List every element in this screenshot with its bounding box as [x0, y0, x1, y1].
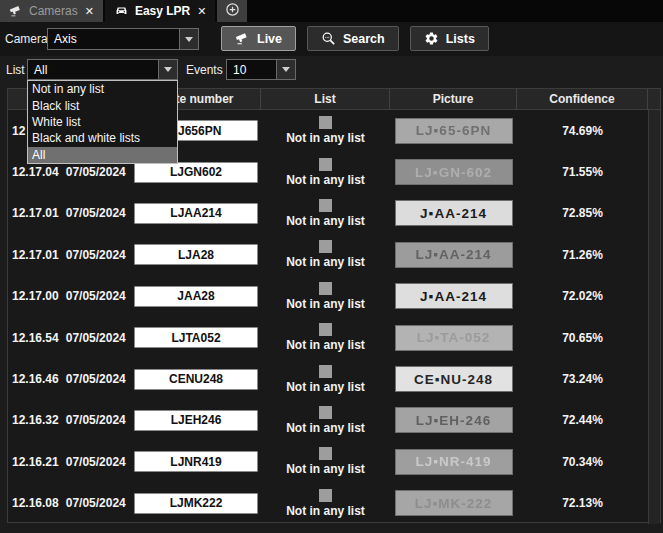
column-header-confidence[interactable]: Confidence: [517, 89, 648, 109]
list-color-swatch: [319, 447, 332, 460]
column-header-list[interactable]: List: [261, 89, 390, 109]
event-time: 12.17.00: [12, 289, 59, 303]
event-date: 07/05/2024: [66, 455, 126, 469]
plate-picture: J▪AA-214: [395, 200, 513, 226]
table-row[interactable]: 12.17.0107/05/2024Not in any listJ▪AA-21…: [8, 193, 648, 234]
plate-number-input[interactable]: [134, 286, 258, 307]
tab-label: Easy LPR: [135, 4, 190, 18]
camera-label: Camera:: [5, 32, 51, 46]
plate-picture: LJ▪65-6PN: [395, 118, 513, 144]
plus-circle-icon: [225, 2, 240, 20]
list-color-swatch: [319, 282, 332, 295]
new-tab-button[interactable]: [217, 0, 247, 22]
event-date: 07/05/2024: [66, 372, 126, 386]
table-row[interactable]: 12.16.4607/05/2024Not in any listCE▪NU-2…: [8, 358, 648, 399]
plate-picture: LJ▪TA-052: [395, 325, 513, 351]
event-time: 12.17.04: [12, 165, 59, 179]
chevron-down-icon[interactable]: [179, 29, 198, 49]
event-time: 12.16.54: [12, 331, 59, 345]
table-row[interactable]: 12.16.3207/05/2024Not in any listLJ▪EH-2…: [8, 400, 648, 441]
plate-number-input[interactable]: [134, 327, 258, 348]
tab-bar: Cameras ✕ Easy LPR ✕: [0, 0, 663, 22]
toolbar: Camera: Axis Live Search L: [0, 22, 663, 56]
events-select[interactable]: 10: [226, 59, 296, 80]
lists-button[interactable]: Lists: [410, 26, 489, 51]
event-time: 12.16.46: [12, 372, 59, 386]
plate-number-input[interactable]: [134, 451, 258, 472]
chevron-down-icon[interactable]: [276, 60, 295, 79]
button-label: Lists: [446, 32, 475, 46]
confidence-value: 71.55%: [562, 165, 603, 179]
table-row[interactable]: 12.16.0807/05/2024Not in any listLJ▪MK-2…: [8, 483, 648, 524]
plate-number-input[interactable]: [134, 493, 258, 514]
confidence-value: 72.85%: [562, 206, 603, 220]
confidence-value: 71.26%: [562, 248, 603, 262]
confidence-value: 72.02%: [562, 289, 603, 303]
plate-number-input[interactable]: [134, 410, 258, 431]
list-dropdown-popup: Not in any listBlack listWhite listBlack…: [27, 80, 178, 164]
list-name-label: Not in any list: [286, 462, 365, 476]
table-rows: 12Not in any listLJ▪65-6PN74.69%12.17.04…: [8, 110, 648, 524]
search-button[interactable]: Search: [307, 26, 399, 51]
table-row[interactable]: 12.16.5407/05/2024Not in any listLJ▪TA-0…: [8, 317, 648, 358]
list-dropdown-option[interactable]: Black list: [28, 97, 177, 113]
close-icon[interactable]: ✕: [85, 5, 94, 18]
tab-label: Cameras: [29, 4, 78, 18]
event-time: 12.16.21: [12, 455, 59, 469]
event-time: 12.17.01: [12, 206, 59, 220]
tab-easy-lpr[interactable]: Easy LPR ✕: [105, 0, 216, 22]
confidence-value: 73.24%: [562, 372, 603, 386]
event-date: 07/05/2024: [66, 331, 126, 345]
plate-number-input[interactable]: [134, 369, 258, 390]
list-dropdown-option[interactable]: All: [28, 147, 177, 163]
plate-picture: LJ▪GN-602: [395, 159, 513, 185]
event-date: 07/05/2024: [66, 496, 126, 510]
plate-number-input[interactable]: [134, 162, 258, 183]
plate-number-input[interactable]: [134, 244, 258, 265]
close-icon[interactable]: ✕: [197, 5, 206, 18]
list-name-label: Not in any list: [286, 380, 365, 394]
tab-cameras[interactable]: Cameras ✕: [0, 0, 103, 22]
button-label: Live: [257, 32, 282, 46]
list-color-swatch: [319, 323, 332, 336]
list-dropdown-option[interactable]: Black and white lists: [28, 130, 177, 146]
list-dropdown-option[interactable]: Not in any list: [28, 81, 177, 97]
list-name-label: Not in any list: [286, 131, 365, 145]
plate-number-input[interactable]: [134, 203, 258, 224]
list-color-swatch: [319, 406, 332, 419]
plate-picture: J▪AA-214: [395, 283, 513, 309]
list-name-label: Not in any list: [286, 255, 365, 269]
magnifier-icon: [321, 31, 336, 46]
plate-picture: LJ▪NR-419: [395, 449, 513, 475]
event-time: 12: [12, 124, 25, 138]
button-label: Search: [343, 32, 385, 46]
table-row[interactable]: 12.17.0107/05/2024Not in any listLJ▪AA-2…: [8, 234, 648, 275]
event-date: 07/05/2024: [66, 206, 126, 220]
list-color-swatch: [319, 240, 332, 253]
list-dropdown-option[interactable]: White list: [28, 114, 177, 130]
table-row[interactable]: 12.16.2107/05/2024Not in any listLJ▪NR-4…: [8, 441, 648, 482]
confidence-value: 72.44%: [562, 413, 603, 427]
event-date: 07/05/2024: [66, 165, 126, 179]
events-select-value: 10: [227, 60, 276, 79]
plate-picture: LJ▪MK-222: [395, 490, 513, 516]
scrollbar-track[interactable]: [648, 110, 660, 524]
list-select[interactable]: All: [27, 59, 178, 80]
confidence-value: 72.13%: [562, 496, 603, 510]
live-button[interactable]: Live: [221, 26, 296, 51]
list-select-value: All: [28, 60, 158, 79]
list-name-label: Not in any list: [286, 297, 365, 311]
event-date: 07/05/2024: [66, 248, 126, 262]
cctv-camera-icon: [9, 4, 23, 18]
chevron-down-icon[interactable]: [158, 60, 177, 79]
confidence-value: 74.69%: [562, 124, 603, 138]
list-color-swatch: [319, 489, 332, 502]
events-label: Events: [186, 63, 223, 77]
list-name-label: Not in any list: [286, 214, 365, 228]
list-color-swatch: [319, 199, 332, 212]
camera-select[interactable]: Axis: [47, 28, 199, 50]
event-date: 07/05/2024: [66, 413, 126, 427]
column-header-picture[interactable]: Picture: [390, 89, 517, 109]
header-corner-cell: [648, 89, 660, 109]
table-row[interactable]: 12.17.0007/05/2024Not in any listJ▪AA-21…: [8, 276, 648, 317]
